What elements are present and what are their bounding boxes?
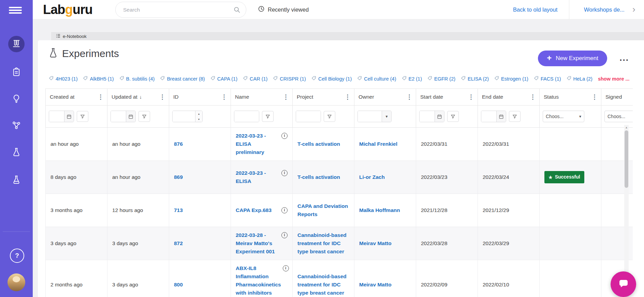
chevron-right-icon[interactable]: › bbox=[632, 0, 635, 19]
tag-link[interactable]: Cell Biology (1) bbox=[311, 76, 352, 82]
labguru-logo[interactable]: Labguru bbox=[43, 0, 92, 19]
sidebar-item-workflows[interactable] bbox=[12, 121, 21, 130]
column-menu-icon[interactable]: ⋮ bbox=[528, 93, 537, 101]
tag-link[interactable]: 4H023 (1) bbox=[49, 76, 77, 82]
calendar-icon[interactable] bbox=[126, 111, 135, 122]
column-menu-icon[interactable]: ⋮ bbox=[281, 93, 290, 101]
experiment-name-link[interactable]: ABX-IL8 Inflammation Pharmacokinetics wi… bbox=[236, 264, 281, 297]
column-menu-icon[interactable]: ⋮ bbox=[405, 93, 414, 101]
tag-link[interactable]: Estrogen (1) bbox=[494, 76, 528, 82]
column-header-created-at[interactable]: Created at bbox=[50, 94, 74, 100]
sidebar-item-inventory[interactable] bbox=[12, 147, 21, 157]
info-icon[interactable]: i bbox=[281, 170, 288, 176]
help-icon[interactable]: ? bbox=[10, 249, 24, 263]
updated-at-filter-input[interactable] bbox=[111, 111, 126, 122]
new-experiment-button[interactable]: + New Experiment bbox=[538, 51, 607, 66]
more-options-button[interactable]: ... bbox=[619, 53, 629, 62]
tag-link[interactable]: E2 (1) bbox=[402, 76, 422, 82]
tag-link[interactable]: AlkBH5 (1) bbox=[83, 76, 114, 82]
experiment-id-link[interactable]: 713 bbox=[174, 207, 183, 213]
user-avatar[interactable] bbox=[8, 273, 25, 291]
column-menu-icon[interactable]: ⋮ bbox=[590, 93, 599, 101]
owner-filter-input[interactable] bbox=[358, 111, 382, 122]
experiment-id-link[interactable]: 872 bbox=[174, 240, 183, 246]
column-menu-icon[interactable]: ⋮ bbox=[220, 93, 229, 101]
signed-filter-select[interactable]: Choos...▾ bbox=[604, 111, 633, 122]
project-link[interactable]: T-cells activation bbox=[297, 174, 340, 180]
created-at-filter-input[interactable] bbox=[49, 111, 64, 122]
chat-launcher-button[interactable] bbox=[611, 271, 636, 297]
info-icon[interactable]: i bbox=[281, 232, 288, 238]
experiment-id-link[interactable]: 800 bbox=[174, 282, 183, 287]
experiment-name-link[interactable]: 2022-03-28 - Meirav Matto's Experiment 0… bbox=[236, 231, 280, 256]
spinner-down-icon[interactable]: ▼ bbox=[195, 116, 202, 122]
name-filter-input[interactable] bbox=[234, 111, 259, 122]
sidebar-item-services[interactable] bbox=[12, 175, 21, 184]
experiment-id-link[interactable]: 876 bbox=[174, 141, 183, 147]
tag-link[interactable]: Cell culture (4) bbox=[357, 76, 396, 82]
project-link[interactable]: Cannabinoid-based treatment for IDC type… bbox=[297, 232, 347, 254]
tag-link[interactable]: CRISPR (1) bbox=[273, 76, 306, 82]
info-icon[interactable]: i bbox=[283, 265, 289, 271]
experiment-name-link[interactable]: 2022-03-23 - ELISA bbox=[236, 169, 280, 185]
owner-link[interactable]: Meirav Matto bbox=[359, 240, 392, 246]
scrollbar-thumb[interactable] bbox=[625, 130, 628, 188]
sidebar-item-insights[interactable] bbox=[12, 94, 21, 103]
sidebar-item-notebook[interactable] bbox=[8, 36, 25, 52]
filter-funnel-icon[interactable] bbox=[138, 111, 150, 122]
hamburger-menu-icon[interactable] bbox=[9, 5, 24, 16]
column-menu-icon[interactable]: ⋮ bbox=[96, 93, 105, 101]
column-menu-icon[interactable]: ⋮ bbox=[467, 93, 475, 101]
tag-link[interactable]: HeLa (2) bbox=[567, 76, 592, 82]
tag-link[interactable]: FACS (1) bbox=[534, 76, 561, 82]
search-input[interactable] bbox=[122, 2, 226, 17]
spinner-up-icon[interactable]: ▲ bbox=[195, 111, 202, 116]
tag-link[interactable]: Breast cancer (8) bbox=[160, 76, 205, 82]
filter-funnel-icon[interactable] bbox=[509, 111, 521, 122]
column-header-status[interactable]: Status bbox=[544, 94, 559, 100]
column-header-updated-at[interactable]: Updated at bbox=[112, 94, 137, 100]
recently-viewed-button[interactable]: Recently viewed bbox=[258, 0, 309, 19]
status-filter-select[interactable]: Choos...▾ bbox=[543, 111, 584, 122]
column-header-signed[interactable]: Signed bbox=[605, 94, 622, 100]
info-icon[interactable]: i bbox=[281, 207, 288, 213]
scroll-up-icon[interactable]: ▲ bbox=[624, 125, 629, 130]
sidebar-item-protocols[interactable] bbox=[12, 67, 21, 77]
tag-link[interactable]: CAR (1) bbox=[243, 76, 267, 82]
column-menu-icon[interactable]: ⋮ bbox=[158, 93, 167, 101]
back-to-old-layout-link[interactable]: Back to old layout bbox=[513, 0, 557, 19]
project-filter-input[interactable] bbox=[296, 111, 321, 122]
id-filter-input[interactable] bbox=[173, 111, 195, 122]
column-header-end-date[interactable]: End date bbox=[482, 94, 503, 100]
filter-funnel-icon[interactable] bbox=[262, 111, 274, 122]
column-header-name[interactable]: Name bbox=[235, 94, 249, 100]
experiment-name-link[interactable]: 2022-03-23 - ELISA preliminary bbox=[236, 132, 280, 156]
filter-funnel-icon[interactable] bbox=[324, 111, 335, 122]
experiment-id-link[interactable]: 869 bbox=[174, 174, 183, 180]
project-link[interactable]: CAPA and Deviation Reports bbox=[297, 203, 348, 217]
column-header-start-date[interactable]: Start date bbox=[420, 94, 443, 100]
column-header-id[interactable]: ID bbox=[173, 94, 179, 100]
column-header-project[interactable]: Project bbox=[297, 94, 313, 100]
owner-link[interactable]: Malka Hoffmann bbox=[359, 207, 400, 213]
column-header-owner[interactable]: Owner bbox=[358, 94, 374, 100]
info-icon[interactable]: i bbox=[281, 133, 288, 139]
dropdown-caret-icon[interactable]: ▾ bbox=[382, 111, 391, 122]
project-link[interactable]: T-cells activation bbox=[297, 141, 340, 147]
calendar-icon[interactable] bbox=[64, 111, 74, 122]
filter-funnel-icon[interactable] bbox=[77, 111, 88, 122]
show-more-link[interactable]: show more ... bbox=[598, 76, 630, 82]
filter-funnel-icon[interactable] bbox=[447, 111, 459, 122]
start-date-filter-input[interactable] bbox=[420, 111, 435, 122]
tag-link[interactable]: EGFR (2) bbox=[427, 76, 455, 82]
experiment-name-link[interactable]: CAPA Exp.683 bbox=[236, 206, 280, 214]
tab-e-notebook[interactable]: e-Notebook bbox=[51, 32, 91, 40]
tag-link[interactable]: CAPA (1) bbox=[210, 76, 237, 82]
project-link[interactable]: Cannabinoid-based treatment for IDC type… bbox=[297, 273, 347, 296]
tag-link[interactable]: ELISA (2) bbox=[461, 76, 489, 82]
owner-link[interactable]: Michal Frenkiel bbox=[359, 141, 397, 147]
owner-link[interactable]: Meirav Matto bbox=[359, 282, 392, 287]
calendar-icon[interactable] bbox=[496, 111, 506, 122]
workshops-link[interactable]: Workshops de... bbox=[584, 0, 625, 19]
column-menu-icon[interactable]: ⋮ bbox=[343, 93, 352, 101]
